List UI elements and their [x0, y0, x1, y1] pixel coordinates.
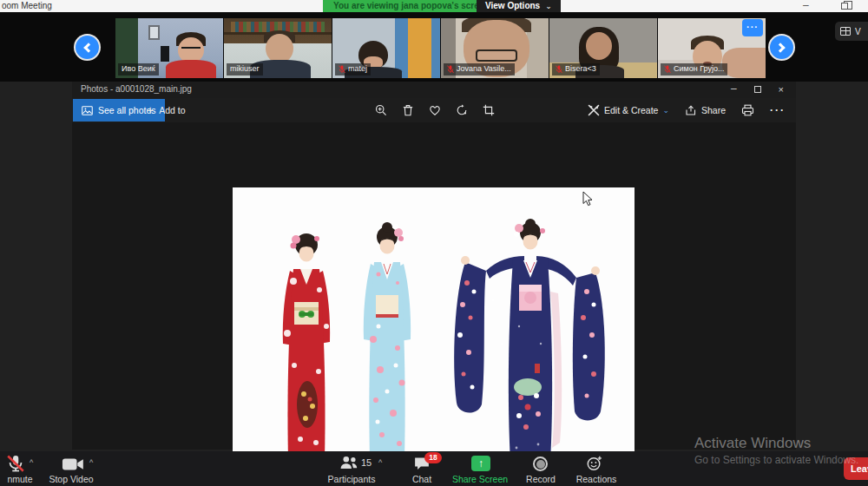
view-options-button[interactable]: View Options⌄ [477, 0, 561, 12]
share-icon [685, 104, 697, 116]
leave-button[interactable]: Leav [844, 457, 868, 480]
rotate-icon[interactable] [456, 104, 468, 116]
participant-name: matej [335, 63, 371, 76]
next-videos-button[interactable] [770, 36, 793, 59]
reactions-smiley-icon[interactable] [587, 456, 602, 471]
video-tile-mikiuser[interactable]: mikiuser [224, 18, 332, 78]
stop-video-button[interactable]: Stop Video [43, 474, 99, 484]
participants-count: 15 [361, 457, 372, 468]
chevron-left-icon [83, 43, 93, 52]
stop-video-icon[interactable] [62, 457, 84, 471]
photo-gallery-icon [82, 105, 93, 116]
participant-name: Jovana Vasile... [444, 63, 515, 76]
zoom-control-bar: ^ nmute ^ Stop Video 15 ^ Participants 1… [0, 451, 868, 486]
photos-close-button[interactable]: × [779, 84, 784, 95]
participant-name: Симон Грујо... [661, 63, 727, 76]
favorite-heart-icon[interactable] [429, 104, 441, 116]
photos-restore-button[interactable] [754, 86, 761, 93]
participants-chevron[interactable]: ^ [378, 458, 382, 467]
video-strip: Иво Веиќ mikiuser matej Jovana Vasile...… [0, 12, 868, 82]
video-tile-jovana[interactable]: Jovana Vasile... [441, 18, 549, 78]
muted-mic-icon [339, 65, 345, 74]
view-layout-button[interactable]: V [835, 22, 868, 41]
share-button[interactable]: Share [685, 104, 726, 116]
video-tile-bisera[interactable]: Bisera<3 [549, 18, 657, 78]
reactions-button[interactable]: Reactions [569, 474, 624, 484]
add-to-button[interactable]: + Add to [147, 98, 186, 122]
print-icon[interactable] [741, 104, 754, 116]
video-tile-matej[interactable]: matej [332, 18, 440, 78]
edit-create-button[interactable]: Edit & Create ⌄ [588, 104, 669, 116]
participant-name: Bisera<3 [552, 63, 600, 76]
share-screen-icon[interactable]: ↑ [471, 456, 490, 471]
participant-name: mikiuser [227, 63, 263, 76]
edit-create-icon [588, 104, 600, 116]
zoom-magnifier-icon[interactable] [375, 104, 387, 116]
gallery-grid-icon [840, 27, 851, 36]
window-restore-button[interactable] [841, 3, 848, 10]
mic-options-chevron[interactable]: ^ [30, 458, 33, 467]
video-tile-simon[interactable]: ··· Симон Грујо... [658, 18, 766, 78]
record-icon[interactable] [533, 456, 548, 471]
chevron-down-icon: ⌄ [662, 106, 669, 115]
photos-minimize-button[interactable]: – [731, 82, 737, 95]
tile-more-options-button[interactable]: ··· [742, 19, 763, 36]
muted-mic-icon [664, 65, 671, 74]
photo-kimono-trio [233, 187, 635, 473]
previous-videos-button[interactable] [76, 36, 99, 59]
crop-icon[interactable] [483, 104, 495, 116]
photos-window: Photos - a0001028_main.jpg – × See all p… [72, 81, 796, 450]
chat-button[interactable]: Chat [401, 474, 443, 484]
viewing-screen-banner: You are viewing jana popova's screen [323, 0, 499, 12]
more-options-button[interactable]: ··· [770, 104, 786, 116]
photos-content-area [72, 122, 796, 450]
participants-icon[interactable] [339, 456, 358, 470]
share-screen-button[interactable]: Share Screen [445, 474, 515, 484]
zoom-window-titlebar: oom Meeting You are viewing jana popova'… [0, 0, 868, 12]
chevron-down-icon: ⌄ [545, 2, 552, 10]
photos-titlebar: Photos - a0001028_main.jpg – × [72, 81, 796, 98]
muted-mic-icon [447, 65, 454, 74]
plus-icon: + [147, 103, 154, 117]
muted-mic-icon[interactable] [5, 455, 26, 472]
participant-name: Иво Веиќ [118, 63, 159, 76]
zoom-window-title: oom Meeting [2, 1, 52, 10]
muted-mic-icon [556, 65, 562, 74]
window-minimize-button[interactable]: – [803, 0, 809, 11]
chat-unread-badge: 18 [424, 452, 442, 463]
kimono-photo-graphic [233, 187, 635, 473]
mouse-cursor [582, 191, 593, 207]
unmute-button[interactable]: nmute [0, 474, 40, 484]
video-options-chevron[interactable]: ^ [89, 458, 93, 467]
photos-toolbar: See all photos + Add to Edit & Create ⌄ … [72, 98, 796, 122]
record-button[interactable]: Record [515, 474, 567, 484]
delete-trash-icon[interactable] [402, 104, 414, 116]
chevron-right-icon [775, 43, 785, 52]
participants-button[interactable]: Participants [315, 474, 388, 484]
video-tile-ivo[interactable]: Иво Веиќ [115, 18, 223, 78]
photos-window-title: Photos - a0001028_main.jpg [81, 84, 192, 94]
